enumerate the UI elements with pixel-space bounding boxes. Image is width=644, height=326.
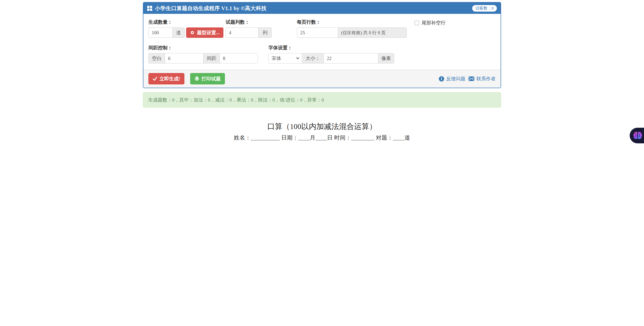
tail-blank-label: 尾部补空行 [422, 20, 446, 26]
spacing-gap-input[interactable] [220, 53, 258, 63]
check-icon [153, 77, 157, 81]
contact-author-link[interactable]: 联系作者 [468, 76, 496, 82]
gear-icon [190, 30, 195, 35]
th-large-grid-icon [147, 6, 152, 11]
gen-count-label: 生成数量： [148, 19, 223, 25]
brain-icon [633, 131, 642, 140]
tail-blank-checkbox[interactable] [415, 21, 419, 25]
font-label: 字体设置： [268, 45, 394, 51]
contact-author-label: 联系作者 [476, 76, 496, 82]
gen-count-unit-addon: 道 [172, 27, 185, 38]
gen-count-field: 生成数量： 道 题型设置... [148, 19, 223, 38]
columns-label: 试题列数： [226, 19, 272, 25]
spacing-label: 间距控制： [148, 45, 258, 51]
worksheet-title: 口算（100以内加减法混合运算） [0, 121, 644, 132]
panel-body: 生成数量： 道 题型设置... [143, 14, 501, 70]
columns-unit-addon: 列 [258, 27, 272, 38]
feedback-label: 反馈问题 [446, 76, 465, 82]
generation-summary-text: 生成题数：0，其中：加法：0，减法：0，乘法：0，除法：0，借/进位：0，异常：… [148, 97, 324, 103]
gen-count-input[interactable] [148, 27, 173, 38]
page: 小学生口算题自动生成程序 V1.1 by ©高大科技 访客数：0 生成数量： 道 [0, 0, 644, 326]
print-label: 打印试题 [202, 76, 221, 82]
font-family-select[interactable]: 宋体 [268, 53, 302, 63]
font-size-input[interactable] [324, 53, 378, 63]
rows-per-page-note-addon: (仅IE有效) 共 0 行 0 页 [338, 27, 407, 38]
app-title: 小学生口算题自动生成程序 V1.1 by ©高大科技 [155, 5, 267, 12]
spacing-field: 间距控制： 空白 间距 [148, 45, 258, 63]
columns-input[interactable] [226, 27, 259, 38]
generation-summary-alert: 生成题数：0，其中：加法：0，减法：0，乘法：0，除法：0，借/进位：0，异常：… [143, 92, 501, 108]
info-circle-icon [439, 76, 444, 82]
font-size-addon: 大小： [302, 53, 324, 63]
panel-footer: 立即生成! 打印试题 反馈问题 [143, 70, 501, 88]
panel-heading: 小学生口算题自动生成程序 V1.1 by ©高大科技 访客数：0 [143, 3, 501, 14]
envelope-icon [468, 76, 474, 81]
print-button[interactable]: 打印试题 [190, 73, 225, 84]
generate-now-button[interactable]: 立即生成! [148, 73, 184, 84]
form-row-2: 间距控制： 空白 间距 字体设置： 宋体 [148, 45, 496, 63]
visitor-count-badge: 访客数：0 [472, 5, 497, 12]
chevron-down-icon [296, 57, 299, 59]
question-type-settings-button[interactable]: 题型设置... [186, 27, 223, 38]
rows-per-page-field: 每页行数： (仅IE有效) 共 0 行 0 页 [297, 19, 407, 38]
spacing-gap-addon: 间距 [203, 53, 220, 63]
columns-field: 试题列数： 列 [226, 19, 272, 38]
font-field: 字体设置： 宋体 大小： 像素 [268, 45, 394, 63]
footer-links: 反馈问题 联系作者 [439, 76, 496, 82]
generate-now-label: 立即生成! [159, 76, 180, 82]
worksheet-subtitle: 姓名：__________ 日期：____月____日 时间：________ … [0, 134, 644, 142]
assistant-widget-button[interactable] [630, 128, 644, 143]
font-family-selected-value: 宋体 [272, 55, 281, 62]
font-size-unit-addon: 像素 [378, 53, 394, 63]
feedback-link[interactable]: 反馈问题 [439, 76, 465, 82]
tail-blank-field: 尾部补空行 [415, 20, 446, 26]
rows-per-page-label: 每页行数： [297, 19, 407, 25]
printer-icon [194, 76, 199, 81]
rows-per-page-input[interactable] [297, 27, 338, 38]
form-row-1: 生成数量： 道 题型设置... [148, 19, 496, 38]
spacing-blank-input[interactable] [165, 53, 204, 63]
question-type-settings-label: 题型设置... [197, 29, 220, 36]
spacing-blank-addon: 空白 [148, 53, 165, 63]
generator-panel: 小学生口算题自动生成程序 V1.1 by ©高大科技 访客数：0 生成数量： 道 [143, 2, 501, 88]
